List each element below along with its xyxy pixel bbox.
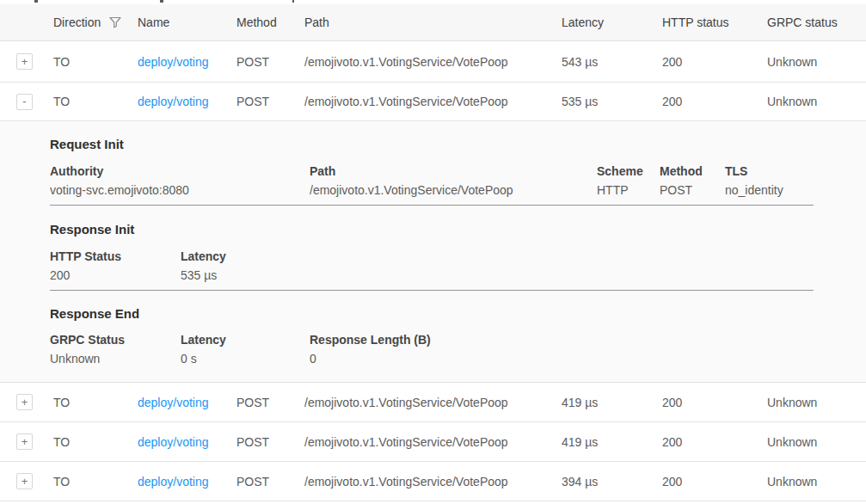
field-authority: Authority voting-svc.emojivoto:8080 <box>50 164 189 198</box>
column-header-latency: Latency <box>562 15 662 29</box>
cell-name: deploy/voting <box>138 475 236 489</box>
cell-grpc-status: Unknown <box>767 435 866 449</box>
expanded-detail-panel: Request Init Authority voting-svc.emojiv… <box>0 121 866 383</box>
cell-direction: TO <box>53 396 138 409</box>
cell-name: deploy/voting <box>138 396 236 409</box>
field-latency-init: Latency 535 µs <box>181 249 226 283</box>
cell-http-status: 200 <box>662 95 767 108</box>
cell-method: POST <box>236 475 304 489</box>
field-tls: TLS no_identity <box>725 164 783 198</box>
cell-grpc-status: Unknown <box>767 396 866 409</box>
expand-toggle-button[interactable]: + <box>16 394 33 410</box>
cell-path: /emojivoto.v1.VotingService/VotePoop <box>304 475 562 489</box>
tap-requests-table: Direction Name Method Path Latency HTTP … <box>0 0 866 504</box>
cell-name: deploy/voting <box>138 95 236 108</box>
expand-toggle-button[interactable]: + <box>16 473 33 489</box>
section-divider <box>50 290 814 291</box>
column-header-direction: Direction <box>53 15 138 29</box>
column-header-path: Path <box>304 15 562 29</box>
resource-link[interactable]: deploy/voting <box>138 475 209 489</box>
field-response-length: Response Length (B) 0 <box>310 333 431 366</box>
table-header: Direction Name Method Path Latency HTTP … <box>0 4 866 41</box>
cropped-text-remnant <box>0 0 866 4</box>
cell-http-status: 200 <box>662 435 767 449</box>
section-divider <box>50 205 814 206</box>
resource-link[interactable]: deploy/voting <box>138 55 209 69</box>
cell-path: /emojivoto.v1.VotingService/VotePoop <box>304 435 562 449</box>
cell-method: POST <box>236 396 304 409</box>
cell-method: POST <box>236 55 304 69</box>
field-path: Path /emojivoto.v1.VotingService/VotePoo… <box>310 164 513 198</box>
field-grpc-status: GRPC Status Unknown <box>50 333 125 366</box>
cell-http-status: 200 <box>662 396 767 409</box>
cell-path: /emojivoto.v1.VotingService/VotePoop <box>304 95 562 108</box>
section-title-response-end: Response End <box>50 306 139 321</box>
cell-expander: + <box>0 394 53 410</box>
column-header-method: Method <box>236 15 304 29</box>
cell-direction: TO <box>53 475 138 489</box>
cell-latency: 535 µs <box>562 95 662 108</box>
cropped-text-mark <box>34 0 38 3</box>
section-title-request-init: Request Init <box>50 137 124 151</box>
table-row: - TO deploy/voting POST /emojivoto.v1.Vo… <box>0 83 866 121</box>
cell-name: deploy/voting <box>138 435 236 449</box>
cell-expander: + <box>0 433 53 450</box>
field-method: Method POST <box>660 164 703 198</box>
resource-link[interactable]: deploy/voting <box>138 95 209 108</box>
cell-method: POST <box>236 435 304 449</box>
cell-latency: 419 µs <box>562 396 662 409</box>
cell-expander: + <box>0 473 53 489</box>
cell-path: /emojivoto.v1.VotingService/VotePoop <box>304 55 562 69</box>
expand-toggle-button[interactable]: + <box>16 433 33 450</box>
cell-latency: 543 µs <box>562 55 662 69</box>
table-row: + TO deploy/voting POST /emojivoto.v1.Vo… <box>0 462 866 501</box>
table-row: + TO deploy/voting POST /emojivoto.v1.Vo… <box>0 422 866 462</box>
cell-name: deploy/voting <box>138 55 236 69</box>
column-header-direction-label: Direction <box>53 15 101 29</box>
expand-toggle-button[interactable]: - <box>16 94 33 110</box>
cell-expander: - <box>0 94 53 110</box>
expand-toggle-button[interactable]: + <box>16 53 33 70</box>
field-latency-end: Latency 0 s <box>181 333 226 366</box>
cell-direction: TO <box>53 435 138 449</box>
cell-latency: 419 µs <box>562 435 662 449</box>
column-header-http-status: HTTP status <box>662 15 767 29</box>
cell-grpc-status: Unknown <box>767 95 866 108</box>
cell-expander: + <box>0 53 53 70</box>
column-header-name: Name <box>138 15 236 29</box>
section-title-response-init: Response Init <box>50 222 134 237</box>
cell-http-status: 200 <box>662 475 767 489</box>
cell-direction: TO <box>53 55 138 69</box>
cropped-text-mark <box>292 0 294 3</box>
table-body: + TO deploy/voting POST /emojivoto.v1.Vo… <box>0 41 866 501</box>
table-row: + TO deploy/voting POST /emojivoto.v1.Vo… <box>0 41 866 83</box>
cell-direction: TO <box>53 95 138 108</box>
cell-grpc-status: Unknown <box>767 475 866 489</box>
column-header-grpc-status: GRPC status <box>767 15 866 29</box>
resource-link[interactable]: deploy/voting <box>138 435 209 449</box>
cell-http-status: 200 <box>662 55 767 69</box>
cell-grpc-status: Unknown <box>767 55 866 69</box>
table-row: + TO deploy/voting POST /emojivoto.v1.Vo… <box>0 383 866 422</box>
field-http-status: HTTP Status 200 <box>50 249 121 283</box>
cell-path: /emojivoto.v1.VotingService/VotePoop <box>304 396 562 409</box>
field-scheme: Scheme HTTP <box>597 164 643 198</box>
resource-link[interactable]: deploy/voting <box>138 396 209 409</box>
cell-method: POST <box>236 95 304 108</box>
cell-latency: 394 µs <box>562 475 662 489</box>
cropped-text-mark <box>160 0 163 3</box>
filter-icon[interactable] <box>109 16 121 28</box>
